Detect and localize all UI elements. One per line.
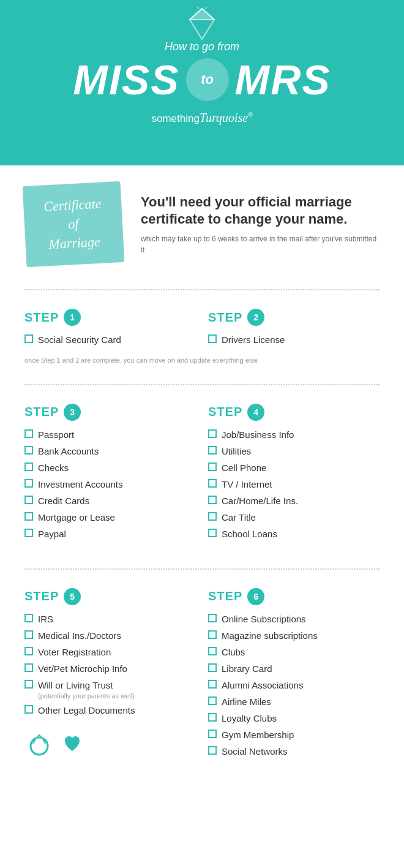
checkbox[interactable] xyxy=(24,496,33,504)
list-item: Paypal xyxy=(24,527,196,540)
checkbox[interactable] xyxy=(208,334,217,343)
item-text: Mortgage or Lease xyxy=(38,511,115,524)
item-text: Will or Living Trust (potentially your p… xyxy=(38,679,135,700)
list-item: Alumni Associations xyxy=(208,679,380,692)
step-1-col: STEP 1 Social Security Card xyxy=(24,309,196,350)
checkbox[interactable] xyxy=(24,614,33,622)
checkbox[interactable] xyxy=(208,529,217,537)
step-5-col: STEP 5 IRS Medical Ins./Doctors Voter Re… xyxy=(24,588,196,761)
list-item: Magazine subscriptions xyxy=(208,629,380,642)
item-text: Car/Home/Life Ins. xyxy=(222,494,298,507)
step-4-col: STEP 4 Job/Business Info Utilities Cell … xyxy=(208,404,380,544)
list-item: Mortgage or Lease xyxy=(24,511,196,524)
checkbox[interactable] xyxy=(208,446,217,455)
list-item: Utilities xyxy=(208,445,380,458)
checkbox[interactable] xyxy=(208,647,217,655)
checkbox[interactable] xyxy=(24,663,33,672)
checkbox[interactable] xyxy=(24,334,33,343)
item-text: Voter Registration xyxy=(38,646,111,659)
list-item: Car/Home/Life Ins. xyxy=(208,494,380,507)
step-2-label: STEP xyxy=(208,311,242,325)
checkbox[interactable] xyxy=(24,429,33,438)
divider-2 xyxy=(24,384,380,385)
step-5-number: 5 xyxy=(64,588,81,605)
checkbox[interactable] xyxy=(24,446,33,455)
list-item: Online Subscriptions xyxy=(208,613,380,625)
checkbox[interactable] xyxy=(208,496,217,504)
list-item: Social Security Card xyxy=(24,333,196,346)
list-item: Will or Living Trust (potentially your p… xyxy=(24,679,196,700)
svg-point-5 xyxy=(31,738,48,755)
checkbox[interactable] xyxy=(208,479,217,488)
list-item: Clubs xyxy=(208,646,380,659)
item-text: Social Security Card xyxy=(38,333,121,346)
list-item: Passport xyxy=(24,428,196,441)
list-item: School Loans xyxy=(208,527,380,540)
step-1-header: STEP 1 xyxy=(24,309,196,326)
item-text: Alumni Associations xyxy=(222,679,303,692)
list-item: Vet/Pet Microchip Info xyxy=(24,662,196,675)
step-4-number: 4 xyxy=(247,404,264,421)
checkbox[interactable] xyxy=(208,713,217,722)
item-text: Utilities xyxy=(222,445,251,458)
list-item: Bank Accounts xyxy=(24,445,196,458)
header-to-text: to xyxy=(201,72,214,88)
checkbox[interactable] xyxy=(208,614,217,622)
item-text: Medical Ins./Doctors xyxy=(38,629,121,642)
svg-marker-1 xyxy=(190,9,214,20)
list-item: Investment Accounts xyxy=(24,478,196,491)
list-item: Social Networks xyxy=(208,745,380,758)
steps-5-6-container: STEP 5 IRS Medical Ins./Doctors Voter Re… xyxy=(0,576,404,780)
step-5-label: STEP xyxy=(24,589,59,603)
diamond-icon xyxy=(184,7,220,43)
list-item: Library Card xyxy=(208,662,380,675)
item-text: Gym Membership xyxy=(222,728,294,741)
header-miss: MISS xyxy=(73,56,179,104)
checkbox[interactable] xyxy=(24,462,33,471)
checkbox[interactable] xyxy=(208,746,217,755)
brand-name: somethingTurquoise® xyxy=(151,111,252,125)
item-text: Other Legal Documents xyxy=(38,704,135,717)
svg-line-3 xyxy=(206,7,207,9)
item-text: IRS xyxy=(38,613,53,625)
step-5-header: STEP 5 xyxy=(24,588,196,605)
item-text: Drivers License xyxy=(222,333,285,346)
checkbox[interactable] xyxy=(208,730,217,738)
steps-1-2-container: STEP 1 Social Security Card STEP 2 Drive… xyxy=(0,296,404,377)
item-sub-text: (potentially your parents as well) xyxy=(38,692,135,700)
checkbox[interactable] xyxy=(208,429,217,438)
checkbox[interactable] xyxy=(24,529,33,537)
certificate-section: Certificate of Marriage You'll need your… xyxy=(0,165,404,283)
item-text: Investment Accounts xyxy=(38,478,122,491)
step-2-header: STEP 2 xyxy=(208,309,380,326)
list-item: Voter Registration xyxy=(24,646,196,659)
step-6-label: STEP xyxy=(208,589,242,603)
checkbox[interactable] xyxy=(208,630,217,639)
checkbox[interactable] xyxy=(24,647,33,655)
step-3-label: STEP xyxy=(24,405,59,419)
item-text: Online Subscriptions xyxy=(222,613,306,625)
checkbox[interactable] xyxy=(208,680,217,689)
checkbox[interactable] xyxy=(24,705,33,714)
list-item: Car Title xyxy=(208,511,380,524)
footer-icons xyxy=(24,729,196,758)
divider-1 xyxy=(24,289,380,290)
steps-row-1: STEP 1 Social Security Card STEP 2 Drive… xyxy=(24,309,380,350)
checkbox[interactable] xyxy=(24,680,33,689)
list-item: Other Legal Documents xyxy=(24,704,196,717)
cert-subtitle: which may take up to 6 weeks to arrive i… xyxy=(141,233,380,255)
checkbox[interactable] xyxy=(208,696,217,705)
step-6-col: STEP 6 Online Subscriptions Magazine sub… xyxy=(208,588,380,761)
header-to-circle: to xyxy=(186,58,229,101)
checkbox[interactable] xyxy=(24,512,33,521)
item-text: Clubs xyxy=(222,646,245,659)
checkbox[interactable] xyxy=(208,462,217,471)
heart-icon xyxy=(62,734,82,753)
certificate-card: Certificate of Marriage xyxy=(23,181,125,268)
checkbox[interactable] xyxy=(24,630,33,639)
item-text: Passport xyxy=(38,428,74,441)
checkbox[interactable] xyxy=(208,512,217,521)
step-3-number: 3 xyxy=(64,404,81,421)
checkbox[interactable] xyxy=(24,479,33,488)
checkbox[interactable] xyxy=(208,663,217,672)
